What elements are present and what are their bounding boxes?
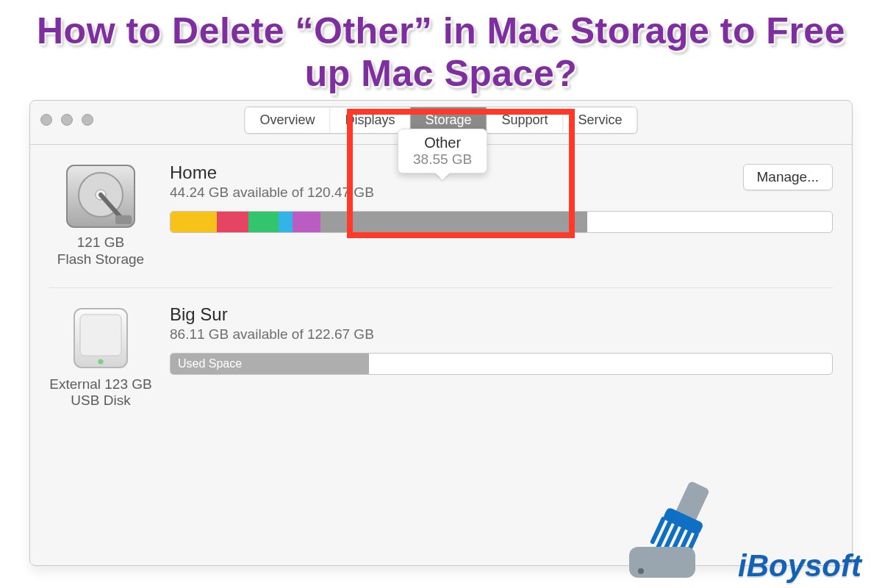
storage-segment[interactable] <box>279 212 293 232</box>
volume-row-bigsur: External 123 GB USB Disk Big Sur 86.11 G… <box>49 304 833 429</box>
tab-support[interactable]: Support <box>487 107 564 133</box>
drive-type: Flash Storage <box>57 251 144 268</box>
volume-row-home: 121 GB Flash Storage Manage... Home 44.2… <box>49 162 833 288</box>
zoom-icon[interactable] <box>82 114 93 126</box>
volume-subtitle: 44.24 GB available of 120.47 GB <box>170 184 833 201</box>
storage-segment-used[interactable]: Used Space <box>171 354 369 374</box>
brand-logo: iBoysoft <box>625 473 861 584</box>
storage-content: 121 GB Flash Storage Manage... Home 44.2… <box>30 145 852 452</box>
brand-name: iBoysoft <box>738 548 861 584</box>
tooltip-size: 38.55 GB <box>413 151 472 168</box>
internal-drive-icon <box>64 162 137 230</box>
volume-name: Big Sur <box>170 304 833 325</box>
brush-icon <box>625 473 735 584</box>
volume-name: Home <box>170 162 833 183</box>
tab-overview[interactable]: Overview <box>245 107 330 133</box>
article-headline: How to Delete “Other” in Mac Storage to … <box>0 10 882 95</box>
external-drive-icon <box>64 304 137 372</box>
close-icon[interactable] <box>40 114 52 126</box>
svg-rect-5 <box>80 315 121 356</box>
drive-size: 121 GB <box>57 234 144 251</box>
drive-size: External 123 GB <box>49 376 151 393</box>
tooltip-category: Other <box>413 135 472 151</box>
storage-segment[interactable] <box>320 212 587 232</box>
storage-bar[interactable] <box>170 211 833 233</box>
drive-type: USB Disk <box>49 392 151 409</box>
svg-rect-3 <box>115 215 132 224</box>
svg-point-16 <box>638 568 644 574</box>
drive-caption: 121 GB Flash Storage <box>57 234 144 268</box>
storage-bar[interactable]: Used Space <box>170 353 833 375</box>
drive-caption: External 123 GB USB Disk <box>49 376 151 410</box>
storage-tooltip: Other 38.55 GB <box>398 129 487 173</box>
tab-displays[interactable]: Displays <box>330 107 410 133</box>
storage-segment[interactable] <box>293 212 320 232</box>
storage-segment[interactable] <box>217 212 248 232</box>
volume-subtitle: 86.11 GB available of 122.67 GB <box>170 326 833 343</box>
svg-point-6 <box>98 359 104 364</box>
minimize-icon[interactable] <box>61 114 73 126</box>
storage-segment[interactable] <box>171 212 217 232</box>
traffic-lights[interactable] <box>40 114 93 126</box>
storage-segment[interactable] <box>248 212 279 232</box>
tab-service[interactable]: Service <box>564 107 637 133</box>
manage-button[interactable]: Manage... <box>743 164 833 190</box>
